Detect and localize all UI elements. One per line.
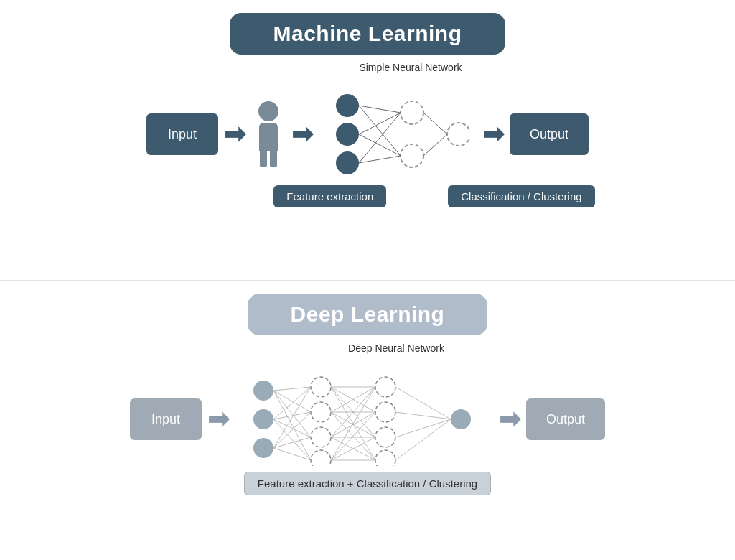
svg-line-54 (395, 387, 451, 419)
dl-title-box: Deep Learning (248, 294, 488, 335)
person-figure (258, 101, 278, 167)
svg-point-0 (336, 94, 359, 117)
svg-line-32 (273, 419, 311, 437)
ml-diagram-row: Input ➡ ➡ (70, 88, 665, 181)
ml-output-label: Output (530, 127, 568, 142)
svg-point-24 (375, 450, 395, 466)
ml-classification-label: Classification / Clustering (448, 185, 594, 207)
svg-point-15 (253, 409, 273, 429)
ml-title-box: Machine Learning (230, 13, 505, 55)
ml-nn-container (326, 88, 469, 181)
svg-point-21 (375, 377, 395, 397)
person-leg-right (270, 151, 277, 167)
person-leg-left (260, 151, 267, 167)
ml-input-label: Input (168, 127, 197, 142)
svg-line-30 (273, 387, 311, 419)
svg-point-19 (311, 427, 331, 447)
main-diagram: Machine Learning Simple Neural Network I… (0, 0, 735, 560)
svg-line-26 (273, 387, 311, 391)
ml-output-box: Output (510, 113, 589, 155)
dl-diagram-row: Input ➡ (70, 373, 665, 466)
ml-nn-label: Simple Neural Network (359, 62, 462, 73)
svg-line-11 (359, 156, 401, 163)
ml-title: Machine Learning (273, 22, 462, 45)
dl-labels-row: Feature extraction + Classification / Cl… (244, 472, 491, 495)
svg-point-20 (311, 450, 331, 466)
svg-point-17 (311, 377, 331, 397)
dl-nn-container (242, 373, 486, 466)
svg-line-6 (359, 106, 401, 113)
ml-section: Machine Learning Simple Neural Network I… (0, 0, 735, 280)
ml-neural-net-svg (326, 88, 469, 181)
svg-point-5 (447, 123, 469, 146)
dl-neural-net-svg (242, 373, 486, 466)
ml-arrow-3: ➡ (482, 121, 504, 147)
svg-line-12 (423, 113, 447, 134)
svg-point-25 (451, 409, 471, 429)
svg-point-23 (375, 427, 395, 447)
svg-line-57 (395, 419, 451, 460)
ml-labels-row: Feature extraction Classification / Clus… (70, 185, 665, 207)
ml-arrow-1: ➡ (224, 121, 245, 147)
dl-output-box: Output (526, 398, 605, 440)
svg-point-16 (253, 438, 273, 458)
svg-point-1 (336, 123, 359, 146)
person-head (258, 101, 278, 121)
person-legs (260, 151, 277, 167)
ml-arrow-2: ➡ (291, 121, 313, 147)
person-body (259, 123, 278, 151)
dl-arrow-2: ➡ (499, 406, 520, 432)
svg-point-14 (253, 381, 273, 401)
svg-line-55 (395, 412, 451, 419)
svg-point-18 (311, 402, 331, 422)
svg-point-4 (401, 144, 423, 167)
dl-section: Deep Learning Deep Neural Network Input … (0, 280, 735, 560)
dl-input-label: Input (151, 412, 180, 427)
svg-point-3 (401, 101, 423, 124)
dl-output-label: Output (546, 412, 585, 427)
dl-nn-label: Deep Neural Network (348, 342, 444, 354)
svg-line-56 (395, 419, 451, 437)
svg-line-13 (423, 134, 447, 156)
ml-feature-label: Feature extraction (273, 185, 386, 207)
svg-point-2 (336, 151, 359, 174)
svg-line-31 (273, 412, 311, 419)
svg-point-22 (375, 402, 395, 422)
ml-input-box: Input (146, 113, 218, 155)
dl-title: Deep Learning (291, 302, 445, 326)
dl-combined-label: Feature extraction + Classification / Cl… (244, 472, 491, 495)
dl-input-box: Input (130, 398, 202, 440)
dl-arrow-1: ➡ (207, 406, 229, 432)
